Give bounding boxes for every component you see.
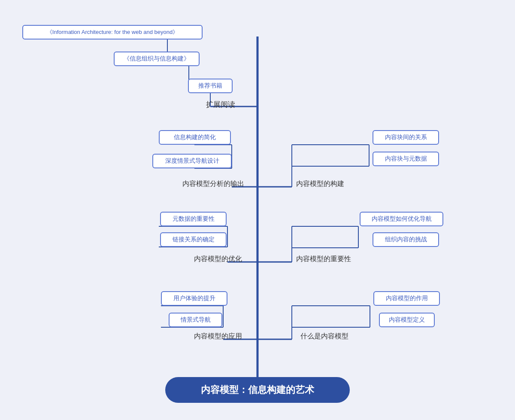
node-link-rel: 链接关系的确定	[160, 232, 227, 247]
label-内容模型的构建: 内容模型的构建	[296, 180, 344, 189]
label-内容模型的重要性: 内容模型的重要性	[296, 255, 351, 264]
label-内容模型分析的输出: 内容模型分析的输出	[182, 180, 244, 189]
node-model-def: 内容模型定义	[379, 313, 435, 327]
node-block-relation: 内容块间的关系	[373, 130, 439, 145]
node-info-arch: 《Information Architecture: for the web a…	[22, 25, 203, 40]
label-什么是内容模型: 什么是内容模型	[300, 332, 348, 341]
mind-map-container: 内容模型：信息构建的艺术 扩展阅读 内容模型分析的输出 内容模型的优化 内容模型…	[0, 0, 515, 420]
node-scenario-nav: 情景式导航	[169, 313, 222, 327]
node-metadata-imp: 元数据的重要性	[160, 212, 227, 226]
node-recommend: 推荐书籍	[188, 79, 233, 93]
node-simplify: 信息构建的简化	[159, 130, 231, 145]
node-block-meta: 内容块与元数据	[373, 152, 439, 166]
node-ux-improve: 用户体验的提升	[161, 291, 227, 306]
node-nav-design: 深度情景式导航设计	[152, 154, 232, 168]
node-info-org: 《信息组织与信息构建》	[114, 52, 200, 66]
label-内容模型的应用: 内容模型的应用	[194, 332, 242, 341]
node-org-challenge: 组织内容的挑战	[373, 232, 439, 247]
node-model-nav-opt: 内容模型如何优化导航	[360, 212, 443, 226]
label-扩展阅读: 扩展阅读	[206, 100, 235, 110]
mind-map-svg	[0, 0, 515, 420]
root-node: 内容模型：信息构建的艺术	[165, 377, 350, 403]
label-内容模型的优化: 内容模型的优化	[194, 255, 242, 264]
root-label: 内容模型：信息构建的艺术	[201, 383, 314, 396]
node-model-role: 内容模型的作用	[373, 291, 440, 306]
